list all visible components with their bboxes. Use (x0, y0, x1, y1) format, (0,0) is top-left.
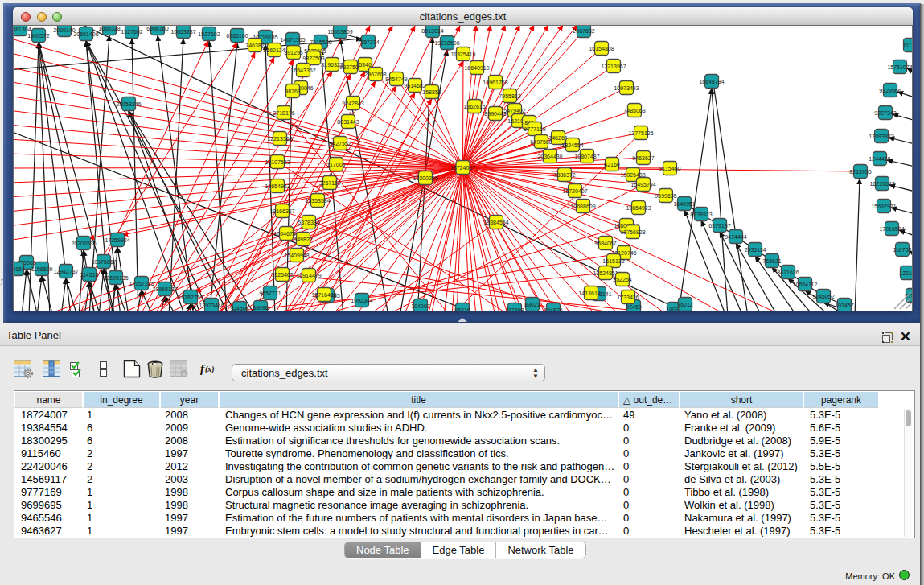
svg-text:11171: 11171 (903, 43, 912, 48)
svg-text:391295: 391295 (284, 50, 302, 56)
svg-text:14136141: 14136141 (578, 290, 603, 296)
svg-text:117006: 117006 (327, 162, 346, 167)
svg-text:15495794: 15495794 (630, 182, 655, 187)
svg-text:8660124: 8660124 (263, 47, 285, 53)
svg-text:15720407: 15720407 (562, 188, 587, 194)
svg-text:5378334: 5378334 (298, 220, 319, 225)
svg-text:7485063: 7485063 (623, 108, 645, 113)
svg-text:16782759: 16782759 (178, 295, 203, 300)
svg-text:1156829: 1156829 (31, 266, 53, 272)
svg-text:13524851: 13524851 (593, 270, 618, 276)
svg-text:8938923: 8938923 (690, 212, 712, 217)
svg-text:8215955: 8215955 (849, 169, 871, 175)
svg-text:92450: 92450 (626, 304, 642, 310)
svg-text:1244415: 1244415 (869, 156, 890, 162)
svg-text:9427552: 9427552 (329, 141, 351, 146)
svg-text:19218506: 19218506 (434, 40, 459, 46)
svg-text:9777169: 9777169 (524, 126, 545, 132)
svg-text:15751074: 15751074 (887, 64, 912, 70)
svg-text:15692921: 15692921 (871, 204, 896, 209)
svg-text:16648784: 16648784 (699, 79, 724, 84)
svg-text:16961758: 16961758 (483, 80, 507, 85)
svg-text:2009140: 2009140 (53, 27, 75, 33)
svg-text:16640910: 16640910 (464, 65, 489, 71)
svg-text:1092344: 1092344 (351, 298, 372, 303)
svg-text:7357274: 7357274 (357, 39, 379, 45)
svg-text:9242843: 9242843 (342, 101, 363, 106)
svg-text:83021: 83021 (524, 302, 540, 307)
svg-text:18724007: 18724007 (450, 165, 475, 171)
svg-text:10654963: 10654963 (265, 183, 290, 189)
svg-text:12213363: 12213363 (267, 136, 292, 142)
svg-text:10958187: 10958187 (152, 286, 177, 292)
svg-text:116753: 116753 (893, 247, 912, 253)
svg-text:2087682: 2087682 (573, 28, 594, 34)
svg-text:13756928: 13756928 (620, 229, 645, 235)
svg-text:95216: 95216 (454, 307, 470, 311)
svg-text:1640951: 1640951 (673, 201, 695, 207)
svg-text:16914479: 16914479 (296, 273, 321, 278)
svg-text:16033809: 16033809 (327, 29, 352, 35)
svg-text:6379197: 6379197 (708, 223, 730, 229)
svg-text:15716485: 15716485 (311, 292, 336, 298)
svg-text:17359924: 17359924 (105, 237, 129, 243)
svg-text:6497568: 6497568 (530, 139, 552, 145)
svg-text:9474444: 9474444 (725, 234, 746, 240)
svg-text:114519: 114519 (80, 272, 99, 278)
svg-text:949822: 949822 (294, 237, 312, 242)
svg-text:16154808: 16154808 (589, 46, 614, 51)
svg-text:352254: 352254 (613, 277, 631, 282)
svg-text:9827503: 9827503 (302, 56, 324, 61)
svg-text:10975867: 10975867 (91, 259, 116, 265)
svg-text:1065328: 1065328 (98, 26, 120, 31)
svg-text:104067: 104067 (411, 303, 429, 309)
svg-text:9245052: 9245052 (812, 294, 834, 299)
svg-text:10653287: 10653287 (170, 29, 195, 35)
svg-text:9115460: 9115460 (659, 166, 681, 171)
svg-text:39154: 39154 (14, 266, 25, 272)
svg-text:86096: 86096 (253, 305, 269, 311)
svg-text:20691406: 20691406 (73, 31, 98, 37)
svg-text:763621: 763621 (762, 258, 781, 264)
svg-text:12923446: 12923446 (199, 303, 224, 308)
svg-text:2967608: 2967608 (364, 72, 386, 77)
svg-text:(x): (x) (205, 365, 215, 374)
svg-text:19654923: 19654923 (626, 205, 651, 211)
svg-text:15353594: 15353594 (305, 198, 330, 204)
svg-text:8813014: 8813014 (421, 28, 443, 34)
svg-text:1615132: 1615132 (602, 258, 624, 264)
svg-text:7955812: 7955812 (499, 93, 520, 99)
svg-text:14671365: 14671365 (280, 37, 305, 43)
svg-text:10046798: 10046798 (273, 231, 298, 237)
svg-text:8471626: 8471626 (777, 270, 799, 275)
svg-text:7886372: 7886372 (553, 172, 575, 178)
svg-text:x: x (183, 370, 186, 377)
svg-text:9227342: 9227342 (874, 110, 896, 116)
svg-text:924504: 924504 (230, 306, 248, 311)
svg-text:13775125: 13775125 (628, 130, 653, 136)
svg-text:5479402: 5479402 (503, 108, 525, 113)
svg-text:1527602: 1527602 (198, 31, 220, 37)
svg-text:8454749: 8454749 (385, 76, 407, 82)
svg-text:9699695: 9699695 (655, 193, 676, 199)
svg-text:17957225: 17957225 (129, 281, 154, 286)
svg-text:11325419: 11325419 (451, 51, 476, 57)
svg-text:15409948: 15409948 (284, 253, 309, 258)
svg-text:8031443: 8031443 (337, 119, 359, 125)
svg-text:20364436: 20364436 (537, 154, 562, 159)
svg-text:19384554: 19384554 (483, 220, 508, 225)
svg-text:2718176: 2718176 (273, 110, 294, 116)
svg-text:96012: 96012 (677, 302, 693, 307)
svg-text:25053346: 25053346 (116, 101, 141, 107)
svg-text:3824554: 3824554 (561, 142, 583, 148)
svg-text:12213967: 12213967 (601, 64, 626, 69)
svg-text:9463627: 9463627 (632, 155, 654, 161)
svg-text:1733426: 1733426 (617, 295, 639, 300)
svg-text:17016504: 17016504 (879, 226, 904, 232)
svg-text:16543362: 16543362 (290, 68, 315, 73)
svg-text:18300295: 18300295 (413, 175, 437, 181)
svg-text:104876: 104876 (544, 307, 562, 311)
svg-text:2935114: 2935114 (745, 247, 766, 253)
svg-text:5346: 5346 (359, 62, 372, 68)
svg-text:6966160: 6966160 (146, 26, 168, 31)
